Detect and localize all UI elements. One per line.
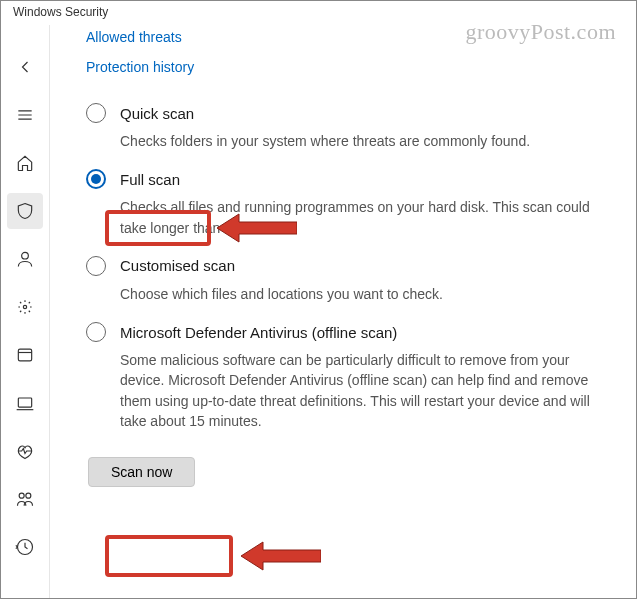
svg-rect-3: [18, 398, 31, 407]
svg-point-5: [26, 493, 31, 498]
sidebar-item-app-browser[interactable]: [7, 337, 43, 373]
firewall-icon: [15, 297, 35, 317]
radio-offline-scan[interactable]: [86, 322, 106, 342]
option-custom-scan: Customised scan Choose which files and l…: [86, 256, 612, 304]
app-browser-icon: [15, 345, 35, 365]
svg-rect-2: [18, 349, 31, 361]
back-button[interactable]: [7, 49, 43, 85]
menu-button[interactable]: [7, 97, 43, 133]
radio-full-scan[interactable]: [86, 169, 106, 189]
link-allowed-threats[interactable]: Allowed threats: [86, 29, 612, 45]
sidebar-item-account[interactable]: [7, 241, 43, 277]
account-icon: [15, 249, 35, 269]
radio-custom-scan[interactable]: [86, 256, 106, 276]
content-area: Allowed threats Protection history Quick…: [49, 25, 636, 598]
svg-point-0: [22, 252, 29, 259]
desc-quick-scan: Checks folders in your system where thre…: [120, 131, 612, 151]
heart-pulse-icon: [15, 441, 35, 461]
scan-now-button[interactable]: Scan now: [88, 457, 195, 487]
label-offline-scan: Microsoft Defender Antivirus (offline sc…: [120, 324, 397, 341]
sidebar-item-firewall[interactable]: [7, 289, 43, 325]
sidebar: [1, 25, 49, 598]
sidebar-item-device-security[interactable]: [7, 385, 43, 421]
option-quick-scan: Quick scan Checks folders in your system…: [86, 103, 612, 151]
shield-icon: [15, 201, 35, 221]
sidebar-item-family[interactable]: [7, 481, 43, 517]
link-protection-history[interactable]: Protection history: [86, 59, 612, 75]
label-custom-scan: Customised scan: [120, 257, 235, 274]
option-full-scan: Full scan Checks all files and running p…: [86, 169, 612, 238]
home-icon: [15, 153, 35, 173]
family-icon: [15, 489, 35, 509]
window-title: Windows Security: [13, 5, 108, 19]
svg-point-1: [23, 305, 26, 308]
svg-point-4: [19, 493, 24, 498]
sidebar-item-history[interactable]: [7, 529, 43, 565]
device-security-icon: [15, 393, 35, 413]
desc-offline-scan: Some malicious software can be particula…: [120, 350, 612, 431]
sidebar-item-virus[interactable]: [7, 193, 43, 229]
arrow-left-icon: [15, 57, 35, 77]
option-offline-scan: Microsoft Defender Antivirus (offline sc…: [86, 322, 612, 431]
menu-icon: [15, 105, 35, 125]
radio-quick-scan[interactable]: [86, 103, 106, 123]
sidebar-item-home[interactable]: [7, 145, 43, 181]
label-quick-scan: Quick scan: [120, 105, 194, 122]
history-icon: [15, 537, 35, 557]
label-full-scan: Full scan: [120, 171, 180, 188]
scan-options: Quick scan Checks folders in your system…: [86, 103, 612, 487]
desc-full-scan: Checks all files and running programmes …: [120, 197, 612, 238]
sidebar-item-performance[interactable]: [7, 433, 43, 469]
desc-custom-scan: Choose which files and locations you wan…: [120, 284, 612, 304]
